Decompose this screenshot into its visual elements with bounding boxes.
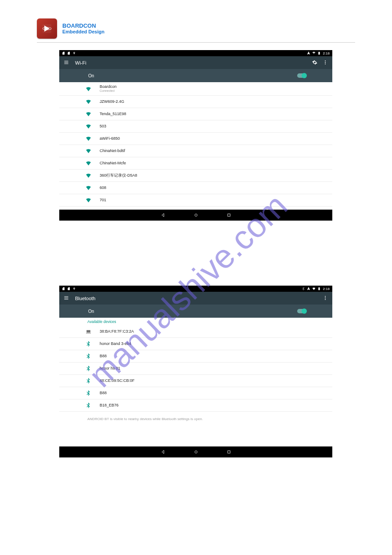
wifi-toggle-label: On xyxy=(88,73,94,78)
wifi-ssid: ChinaNet-Mcfe xyxy=(100,161,332,166)
wifi-signal-icon xyxy=(86,86,100,92)
wifi-status-icon xyxy=(312,287,316,290)
wifi-network-row[interactable]: ChinaNet-bd6f xyxy=(59,145,332,157)
hamburger-icon[interactable] xyxy=(64,295,69,301)
svg-point-9 xyxy=(325,299,326,300)
wifi-switch[interactable] xyxy=(297,73,306,78)
nav-bar xyxy=(59,210,332,221)
sd-icon xyxy=(62,287,65,290)
svg-point-7 xyxy=(325,296,326,297)
wifi-network-row[interactable]: 987 xyxy=(59,207,332,210)
recents-button[interactable] xyxy=(227,211,231,219)
wifi-screenshot: 2:18 Wi-Fi On BoardconConnectedJZW609-2.… xyxy=(59,50,332,221)
location-icon xyxy=(307,287,310,290)
wifi-appbar: Wi-Fi xyxy=(59,56,332,69)
bluetooth-icon xyxy=(86,353,100,359)
bluetooth-icon xyxy=(86,378,100,384)
wifi-status-icon xyxy=(312,51,316,55)
back-button[interactable] xyxy=(161,211,165,219)
overflow-icon[interactable] xyxy=(323,60,328,66)
wifi-title: Wi-Fi xyxy=(75,60,86,65)
wifi-ssid: 503 xyxy=(100,124,332,129)
bt-footer-note: ANDROID BT is visible to nearby devices … xyxy=(59,412,332,421)
bluetooth-icon xyxy=(86,366,100,371)
wifi-signal-icon xyxy=(86,197,100,203)
gear-icon[interactable] xyxy=(312,60,317,66)
bt-toggle-bar: On xyxy=(59,305,332,318)
overflow-icon[interactable] xyxy=(323,295,328,301)
clock: 2:18 xyxy=(323,287,330,291)
bt-device-name: honor Band 3-eb4 xyxy=(100,342,332,346)
wifi-signal-icon xyxy=(86,148,100,154)
bt-device-name: 48:CE:09:5C:CB:0F xyxy=(100,379,332,383)
bluetooth-screenshot: 2:18 Bluetooth On Available devices 38:B… xyxy=(59,286,332,457)
battery-icon xyxy=(317,287,321,290)
status-bar: 2:18 xyxy=(59,50,332,56)
brand-header: BOARDCON Embedded Design xyxy=(37,18,355,43)
wifi-ssid: aWiFi-6850 xyxy=(100,137,332,141)
recents-button[interactable] xyxy=(227,448,231,456)
wifi-ssid: ChinaNet-bd6f xyxy=(100,149,332,153)
svg-point-8 xyxy=(325,297,326,298)
bt-status-icon xyxy=(302,287,305,290)
bt-device-name: B88 xyxy=(100,391,332,395)
bt-device-row[interactable]: 38:BA:F8:7F:C3:2A xyxy=(59,326,332,338)
back-button[interactable] xyxy=(161,448,165,456)
wifi-network-row[interactable]: aWiFi-6850 xyxy=(59,133,332,145)
svg-point-5 xyxy=(194,214,197,216)
bluetooth-icon xyxy=(86,341,100,347)
home-button[interactable] xyxy=(194,211,198,219)
wifi-network-row[interactable]: Tenda_511E98 xyxy=(59,108,332,120)
wifi-network-row[interactable]: BoardconConnected xyxy=(59,82,332,96)
wifi-network-row[interactable]: 360行车记录仪-D5A8 xyxy=(59,170,332,182)
wifi-network-row[interactable]: 608 xyxy=(59,182,332,194)
bt-device-name: hcoor hs 01 xyxy=(100,366,332,371)
wifi-ssid: 360行车记录仪-D5A8 xyxy=(100,174,332,178)
wifi-signal-icon xyxy=(86,173,100,178)
bt-device-row[interactable]: hcoor hs 01 xyxy=(59,363,332,375)
wifi-network-row[interactable]: JZW609-2.4G xyxy=(59,96,332,108)
brand-tagline: Embedded Design xyxy=(62,29,104,34)
wifi-signal-icon xyxy=(86,111,100,117)
sd-icon xyxy=(62,51,65,55)
status-bar: 2:18 xyxy=(59,286,332,292)
wifi-network-row[interactable]: 701 xyxy=(59,194,332,207)
svg-point-4 xyxy=(325,63,326,64)
wifi-network-row[interactable]: ChinaNet-Mcfe xyxy=(59,157,332,170)
wifi-toggle-bar: On xyxy=(59,69,332,82)
bt-device-row[interactable]: 48:CE:09:5C:CB:0F xyxy=(59,375,332,387)
laptop-icon xyxy=(86,329,100,334)
wifi-signal-icon xyxy=(86,185,100,191)
location-icon xyxy=(307,51,310,55)
bt-device-name: 38:BA:F8:7F:C3:2A xyxy=(100,330,332,334)
bt-device-row[interactable]: B88 xyxy=(59,350,332,363)
bt-device-row[interactable]: honor Band 3-eb4 xyxy=(59,338,332,350)
bt-device-row[interactable]: B88 xyxy=(59,387,332,399)
bt-device-row[interactable]: B18_EB76 xyxy=(59,399,332,412)
svg-rect-6 xyxy=(227,214,230,216)
bt-title: Bluetooth xyxy=(75,296,95,301)
battery-icon xyxy=(317,51,321,55)
svg-point-2 xyxy=(325,60,326,61)
home-button[interactable] xyxy=(194,448,198,456)
svg-rect-11 xyxy=(227,450,230,453)
bt-appbar: Bluetooth xyxy=(59,292,332,305)
usb-icon xyxy=(72,51,76,55)
nav-bar xyxy=(59,446,332,457)
wifi-signal-icon xyxy=(86,99,100,105)
wifi-ssid: 701 xyxy=(100,198,332,203)
wifi-ssid: Tenda_511E98 xyxy=(100,112,332,116)
bt-toggle-label: On xyxy=(88,309,94,314)
wifi-signal-icon xyxy=(86,123,100,129)
wifi-network-row[interactable]: 503 xyxy=(59,120,332,133)
bt-device-name: B88 xyxy=(100,354,332,359)
available-devices-label: Available devices xyxy=(59,318,332,326)
svg-point-10 xyxy=(194,450,197,453)
bluetooth-icon xyxy=(86,390,100,396)
wifi-status: Connected xyxy=(100,89,332,93)
bt-switch[interactable] xyxy=(297,309,306,313)
usb-icon xyxy=(72,287,76,290)
clock: 2:18 xyxy=(323,51,330,55)
hamburger-icon[interactable] xyxy=(64,60,69,66)
wifi-ssid: 608 xyxy=(100,186,332,190)
